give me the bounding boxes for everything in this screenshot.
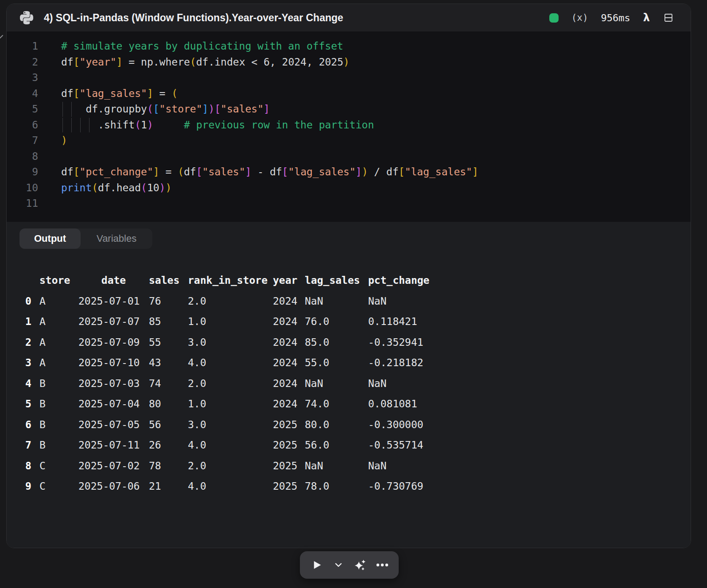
table-cell: 74 (149, 373, 188, 394)
python-icon (20, 11, 33, 24)
code-token: "year" (80, 56, 117, 68)
run-button[interactable] (309, 558, 323, 572)
table-cell: 2025-07-11 (78, 435, 149, 456)
table-row: 9C2025-07-06214.0202578.0-0.730769 (7, 476, 691, 497)
code-token: ] (153, 166, 159, 178)
code-token: ) (61, 135, 67, 146)
table-cell: B (39, 414, 78, 435)
indent-guide (62, 102, 63, 117)
code-token: [ (153, 103, 159, 115)
tab-output[interactable]: Output (19, 228, 81, 249)
table-cell: C (39, 456, 78, 476)
table-cell: -0.218182 (368, 352, 691, 373)
table-row: 2A2025-07-09553.0202485.0-0.352941 (7, 332, 691, 353)
ai-assist-button[interactable] (353, 558, 367, 572)
code-token: [ (74, 166, 80, 178)
code-line[interactable]: 9df["pct_change"] = (df["sales"] - df["l… (7, 164, 691, 180)
variables-fx-icon[interactable]: (x) (571, 12, 588, 23)
code-token: "sales" (202, 166, 245, 178)
output-panel: Output Variables storedatesalesrank_in_s… (7, 222, 691, 548)
table-cell: 2024 (273, 352, 305, 373)
table-cell: 85 (149, 311, 188, 332)
table-cell: 56.0 (305, 435, 368, 456)
col-header-pct_change: pct_change (368, 270, 691, 291)
table-cell: 0.081081 (368, 394, 691, 414)
cell-title: 4) SQL-in-Pandas (Window Functions).Year… (44, 12, 343, 24)
code-token: ) (208, 103, 214, 115)
split-view-button[interactable] (663, 12, 674, 23)
code-line[interactable]: 2df["year"] = np.where(df.index < 6, 202… (7, 54, 691, 70)
table-cell: 76 (149, 291, 188, 312)
code-token: [ (214, 103, 221, 115)
more-options-button[interactable] (375, 558, 389, 572)
table-row: 7B2025-07-11264.0202556.0-0.535714 (7, 435, 691, 456)
code-token: ] (147, 88, 153, 99)
line-number: 8 (7, 149, 38, 165)
line-number: 4 (7, 86, 38, 102)
table-cell: 2025-07-10 (78, 352, 149, 373)
code-token: ] (264, 103, 270, 115)
table-cell: 21 (149, 476, 188, 497)
code-line[interactable]: 10print(df.head(10)) (7, 180, 691, 196)
code-line-content (61, 70, 691, 86)
cell-toolbar (300, 551, 399, 579)
code-line[interactable]: 11 (7, 196, 691, 212)
code-token: [ (196, 166, 202, 178)
row-index-cell: 9 (7, 476, 39, 497)
table-cell: 2024 (273, 291, 305, 312)
code-token: [ (399, 166, 405, 178)
code-token: [ (74, 56, 80, 68)
cell-collapse-chevron-icon[interactable] (0, 33, 4, 41)
table-cell: -0.300000 (368, 414, 691, 435)
lambda-icon[interactable]: λ (643, 12, 650, 24)
table-cell: 1.0 (188, 394, 273, 414)
table-cell: NaN (368, 291, 691, 312)
col-header-date: date (78, 270, 149, 291)
table-cell: 2025-07-04 (78, 394, 149, 414)
code-line[interactable]: 8 (7, 149, 691, 165)
line-number: 5 (7, 101, 38, 117)
code-token: df.head (98, 182, 141, 193)
table-cell: B (39, 435, 78, 456)
tab-variables[interactable]: Variables (81, 228, 152, 249)
code-token: "pct_change" (80, 166, 153, 178)
code-line-content: df["year"] = np.where(df.index < 6, 2024… (61, 54, 691, 70)
code-token: ( (141, 182, 147, 193)
table-cell: 4.0 (188, 435, 273, 456)
table-cell: NaN (368, 456, 691, 476)
code-line[interactable]: 7) (7, 133, 691, 149)
indent-guide (71, 102, 72, 117)
line-number: 9 (7, 164, 38, 180)
run-options-button[interactable] (331, 558, 346, 572)
line-number: 10 (7, 180, 38, 196)
code-editor[interactable]: 1# simulate years by duplicating with an… (7, 31, 691, 222)
code-token: ) (159, 182, 166, 193)
code-line[interactable]: 6 .shift(1) # previous row in the partit… (7, 117, 691, 133)
table-cell: -0.730769 (368, 476, 691, 497)
table-cell: 2024 (273, 311, 305, 332)
code-line-content: df.groupby(["store"])["sales"] (61, 101, 691, 117)
table-cell: 2025-07-09 (78, 332, 149, 353)
code-line[interactable]: 3 (7, 70, 691, 86)
code-line[interactable]: 4df["lag_sales"] = ( (7, 86, 691, 102)
table-cell: 4.0 (188, 352, 273, 373)
line-number: 2 (7, 54, 38, 70)
table-cell: 2025-07-02 (78, 456, 149, 476)
code-line-content: .shift(1) # previous row in the partitio… (61, 117, 691, 133)
line-number: 7 (7, 133, 38, 149)
table-cell: -0.352941 (368, 332, 691, 353)
header-actions: (x) 956ms λ (549, 12, 674, 24)
table-cell: 43 (149, 352, 188, 373)
code-line[interactable]: 5 df.groupby(["store"])["sales"] (7, 101, 691, 117)
line-number: 6 (7, 117, 38, 133)
table-cell: 55.0 (305, 352, 368, 373)
code-token: [ (74, 88, 80, 99)
code-line-content: print(df.head(10)) (61, 180, 691, 196)
code-token: .shift (61, 119, 135, 131)
ellipsis-icon (376, 563, 389, 567)
table-cell: 2024 (273, 373, 305, 394)
chevron-down-icon (334, 560, 343, 570)
code-line[interactable]: 1# simulate years by duplicating with an… (7, 39, 691, 54)
table-row: 5B2025-07-04801.0202474.00.081081 (7, 394, 691, 414)
table-cell: NaN (305, 373, 368, 394)
